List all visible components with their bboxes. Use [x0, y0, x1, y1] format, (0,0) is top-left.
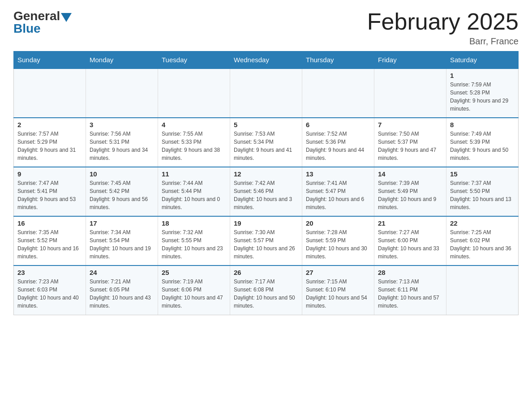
day-info: Sunrise: 7:47 AM Sunset: 5:41 PM Dayligh…	[17, 179, 82, 211]
day-number: 2	[17, 121, 82, 128]
day-info: Sunrise: 7:15 AM Sunset: 6:10 PM Dayligh…	[306, 278, 370, 310]
calendar-day-header: Monday	[86, 51, 158, 69]
calendar-day-header: Friday	[374, 51, 446, 69]
calendar-cell: 15Sunrise: 7:37 AM Sunset: 5:50 PM Dayli…	[446, 167, 519, 216]
day-info: Sunrise: 7:49 AM Sunset: 5:39 PM Dayligh…	[450, 130, 515, 162]
day-number: 8	[450, 121, 515, 128]
day-info: Sunrise: 7:32 AM Sunset: 5:55 PM Dayligh…	[162, 228, 226, 261]
calendar-day-header: Saturday	[446, 51, 519, 69]
day-info: Sunrise: 7:59 AM Sunset: 5:28 PM Dayligh…	[450, 81, 515, 113]
day-number: 1	[450, 72, 515, 79]
day-info: Sunrise: 7:50 AM Sunset: 5:37 PM Dayligh…	[378, 130, 442, 162]
day-number: 10	[90, 170, 154, 178]
day-number: 27	[306, 269, 370, 276]
day-info: Sunrise: 7:42 AM Sunset: 5:46 PM Dayligh…	[234, 179, 298, 211]
day-number: 16	[17, 219, 82, 227]
calendar-cell: 24Sunrise: 7:21 AM Sunset: 6:05 PM Dayli…	[86, 265, 158, 315]
day-number: 21	[378, 219, 442, 227]
day-info: Sunrise: 7:34 AM Sunset: 5:54 PM Dayligh…	[90, 228, 154, 261]
day-number: 24	[90, 269, 154, 276]
day-number: 23	[17, 269, 82, 276]
day-number: 4	[162, 121, 226, 128]
calendar-table: SundayMondayTuesdayWednesdayThursdayFrid…	[13, 51, 519, 315]
day-info: Sunrise: 7:41 AM Sunset: 5:47 PM Dayligh…	[306, 179, 370, 211]
day-info: Sunrise: 7:44 AM Sunset: 5:44 PM Dayligh…	[162, 179, 226, 211]
day-number: 13	[306, 170, 370, 178]
day-number: 20	[306, 219, 370, 227]
calendar-day-header: Thursday	[302, 51, 374, 69]
calendar-week-row: 16Sunrise: 7:35 AM Sunset: 5:52 PM Dayli…	[14, 216, 519, 265]
calendar-cell	[446, 265, 519, 315]
day-info: Sunrise: 7:21 AM Sunset: 6:05 PM Dayligh…	[90, 278, 154, 310]
day-number: 28	[378, 269, 442, 276]
calendar-cell: 18Sunrise: 7:32 AM Sunset: 5:55 PM Dayli…	[158, 216, 230, 265]
calendar-cell: 22Sunrise: 7:25 AM Sunset: 6:02 PM Dayli…	[446, 216, 519, 265]
calendar-cell: 3Sunrise: 7:56 AM Sunset: 5:31 PM Daylig…	[86, 118, 158, 167]
day-number: 19	[234, 219, 298, 227]
calendar-cell: 17Sunrise: 7:34 AM Sunset: 5:54 PM Dayli…	[86, 216, 158, 265]
calendar-cell: 26Sunrise: 7:17 AM Sunset: 6:08 PM Dayli…	[230, 265, 302, 315]
day-number: 18	[162, 219, 226, 227]
calendar-cell: 4Sunrise: 7:55 AM Sunset: 5:33 PM Daylig…	[158, 118, 230, 167]
day-info: Sunrise: 7:53 AM Sunset: 5:34 PM Dayligh…	[234, 130, 298, 162]
day-info: Sunrise: 7:27 AM Sunset: 6:00 PM Dayligh…	[378, 228, 442, 261]
calendar-cell	[158, 68, 230, 118]
calendar-cell: 14Sunrise: 7:39 AM Sunset: 5:49 PM Dayli…	[374, 167, 446, 216]
day-number: 15	[450, 170, 515, 178]
calendar-day-header: Sunday	[14, 51, 86, 69]
day-info: Sunrise: 7:37 AM Sunset: 5:50 PM Dayligh…	[450, 179, 515, 211]
day-number: 17	[90, 219, 154, 227]
day-number: 22	[450, 219, 515, 227]
title-block: February 2025 Barr, France	[367, 9, 519, 47]
calendar-cell: 25Sunrise: 7:19 AM Sunset: 6:06 PM Dayli…	[158, 265, 230, 315]
calendar-cell: 13Sunrise: 7:41 AM Sunset: 5:47 PM Dayli…	[302, 167, 374, 216]
location: Barr, France	[367, 36, 519, 47]
day-info: Sunrise: 7:56 AM Sunset: 5:31 PM Dayligh…	[90, 130, 154, 162]
day-number: 6	[306, 121, 370, 128]
calendar-cell: 10Sunrise: 7:45 AM Sunset: 5:42 PM Dayli…	[86, 167, 158, 216]
month-title: February 2025	[367, 9, 519, 34]
calendar-cell: 1Sunrise: 7:59 AM Sunset: 5:28 PM Daylig…	[446, 68, 519, 118]
calendar-cell	[230, 68, 302, 118]
calendar-cell: 27Sunrise: 7:15 AM Sunset: 6:10 PM Dayli…	[302, 265, 374, 315]
day-number: 14	[378, 170, 442, 178]
day-info: Sunrise: 7:28 AM Sunset: 5:59 PM Dayligh…	[306, 228, 370, 261]
day-number: 26	[234, 269, 298, 276]
day-info: Sunrise: 7:17 AM Sunset: 6:08 PM Dayligh…	[234, 278, 298, 310]
logo: General Blue	[13, 9, 72, 36]
calendar-week-row: 23Sunrise: 7:23 AM Sunset: 6:03 PM Dayli…	[14, 265, 519, 315]
calendar-cell: 23Sunrise: 7:23 AM Sunset: 6:03 PM Dayli…	[14, 265, 86, 315]
calendar-cell	[86, 68, 158, 118]
day-info: Sunrise: 7:55 AM Sunset: 5:33 PM Dayligh…	[162, 130, 226, 162]
calendar-week-row: 2Sunrise: 7:57 AM Sunset: 5:29 PM Daylig…	[14, 118, 519, 167]
calendar-cell: 2Sunrise: 7:57 AM Sunset: 5:29 PM Daylig…	[14, 118, 86, 167]
calendar-cell: 9Sunrise: 7:47 AM Sunset: 5:41 PM Daylig…	[14, 167, 86, 216]
calendar-week-row: 1Sunrise: 7:59 AM Sunset: 5:28 PM Daylig…	[14, 68, 519, 118]
day-number: 3	[90, 121, 154, 128]
calendar-cell: 28Sunrise: 7:13 AM Sunset: 6:11 PM Dayli…	[374, 265, 446, 315]
calendar-cell: 19Sunrise: 7:30 AM Sunset: 5:57 PM Dayli…	[230, 216, 302, 265]
day-number: 9	[17, 170, 82, 178]
calendar-cell	[14, 68, 86, 118]
calendar-day-header: Tuesday	[158, 51, 230, 69]
calendar-cell: 16Sunrise: 7:35 AM Sunset: 5:52 PM Dayli…	[14, 216, 86, 265]
calendar-week-row: 9Sunrise: 7:47 AM Sunset: 5:41 PM Daylig…	[14, 167, 519, 216]
calendar-day-header: Wednesday	[230, 51, 302, 69]
calendar-header-row: SundayMondayTuesdayWednesdayThursdayFrid…	[14, 51, 519, 69]
day-info: Sunrise: 7:30 AM Sunset: 5:57 PM Dayligh…	[234, 228, 298, 261]
calendar-cell: 20Sunrise: 7:28 AM Sunset: 5:59 PM Dayli…	[302, 216, 374, 265]
calendar-cell	[302, 68, 374, 118]
calendar-cell: 7Sunrise: 7:50 AM Sunset: 5:37 PM Daylig…	[374, 118, 446, 167]
calendar-cell	[374, 68, 446, 118]
day-info: Sunrise: 7:39 AM Sunset: 5:49 PM Dayligh…	[378, 179, 442, 211]
calendar-cell: 12Sunrise: 7:42 AM Sunset: 5:46 PM Dayli…	[230, 167, 302, 216]
day-number: 5	[234, 121, 298, 128]
day-number: 12	[234, 170, 298, 178]
calendar-cell: 21Sunrise: 7:27 AM Sunset: 6:00 PM Dayli…	[374, 216, 446, 265]
logo-blue: Blue	[13, 21, 41, 36]
day-info: Sunrise: 7:35 AM Sunset: 5:52 PM Dayligh…	[17, 228, 82, 261]
calendar-cell: 6Sunrise: 7:52 AM Sunset: 5:36 PM Daylig…	[302, 118, 374, 167]
calendar-cell: 5Sunrise: 7:53 AM Sunset: 5:34 PM Daylig…	[230, 118, 302, 167]
day-number: 25	[162, 269, 226, 276]
day-number: 11	[162, 170, 226, 178]
